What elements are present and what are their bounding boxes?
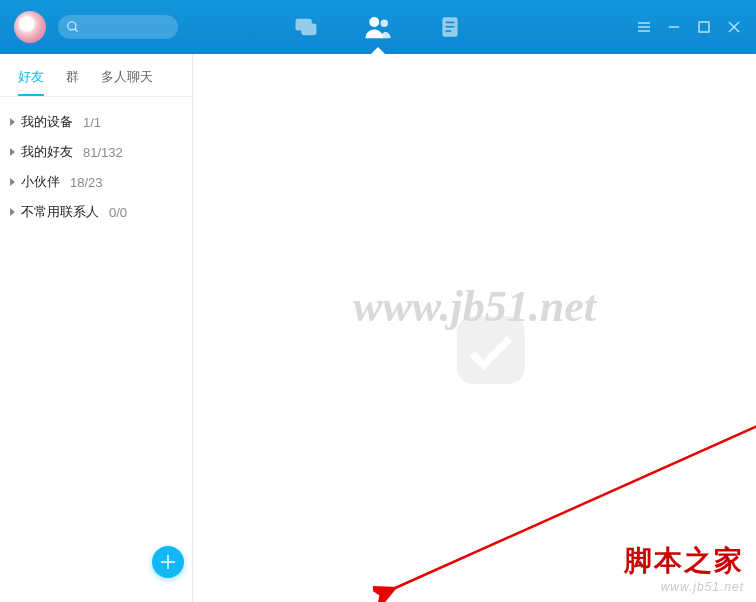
close-button[interactable]: [726, 19, 742, 35]
subtab-friends[interactable]: 好友: [18, 68, 44, 96]
subtab-multichat[interactable]: 多人聊天: [101, 68, 153, 96]
svg-line-1: [75, 29, 78, 32]
search-icon: [66, 20, 80, 34]
subtab-groups[interactable]: 群: [66, 68, 79, 96]
svg-rect-19: [458, 316, 526, 384]
group-name: 我的好友: [21, 143, 73, 161]
main-panel: www.jb51.net 脚本之家 www.jb51.net: [193, 54, 756, 602]
group-item[interactable]: 我的好友 81/132: [0, 137, 192, 167]
group-count: 18/23: [70, 175, 103, 190]
minimize-button[interactable]: [666, 19, 682, 35]
svg-rect-8: [446, 26, 455, 28]
brand-url: www.jb51.net: [624, 580, 744, 594]
svg-line-20: [393, 419, 756, 589]
group-count: 81/132: [83, 145, 123, 160]
svg-point-0: [68, 22, 76, 30]
plus-icon: [159, 553, 177, 571]
group-count: 0/0: [109, 205, 127, 220]
add-button[interactable]: [152, 546, 184, 578]
group-item[interactable]: 不常用联系人 0/0: [0, 197, 192, 227]
svg-rect-7: [446, 22, 455, 24]
source-brand: 脚本之家 www.jb51.net: [624, 542, 744, 594]
svg-point-4: [369, 17, 379, 27]
svg-point-5: [381, 20, 389, 28]
search-input[interactable]: [58, 15, 178, 39]
chevron-right-icon: [10, 118, 15, 126]
annotation-arrow: [373, 414, 756, 602]
avatar[interactable]: [14, 11, 46, 43]
tab-messages[interactable]: [286, 0, 326, 54]
menu-button[interactable]: [636, 19, 652, 35]
title-bar: [0, 0, 756, 54]
brand-name: 脚本之家: [624, 542, 744, 580]
group-name: 小伙伴: [21, 173, 60, 191]
tab-apps[interactable]: [430, 0, 470, 54]
chevron-right-icon: [10, 178, 15, 186]
maximize-button[interactable]: [696, 19, 712, 35]
sidebar: 好友 群 多人聊天 我的设备 1/1 我的好友 81/132 小伙伴 18/23: [0, 54, 193, 602]
main-nav: [286, 0, 470, 54]
group-count: 1/1: [83, 115, 101, 130]
window-controls: [636, 19, 742, 35]
group-name: 我的设备: [21, 113, 73, 131]
group-name: 不常用联系人: [21, 203, 99, 221]
svg-rect-3: [301, 24, 316, 36]
group-item[interactable]: 我的设备 1/1: [0, 107, 192, 137]
svg-rect-9: [446, 30, 451, 32]
chevron-right-icon: [10, 148, 15, 156]
contact-sub-tabs: 好友 群 多人聊天: [0, 54, 192, 96]
watermark-logo-icon: [446, 305, 536, 395]
watermark-text: www.jb51.net: [353, 281, 596, 332]
contact-group-list: 我的设备 1/1 我的好友 81/132 小伙伴 18/23 不常用联系人 0/…: [0, 97, 192, 237]
svg-rect-14: [699, 22, 709, 32]
group-item[interactable]: 小伙伴 18/23: [0, 167, 192, 197]
chevron-right-icon: [10, 208, 15, 216]
tab-contacts[interactable]: [358, 0, 398, 54]
